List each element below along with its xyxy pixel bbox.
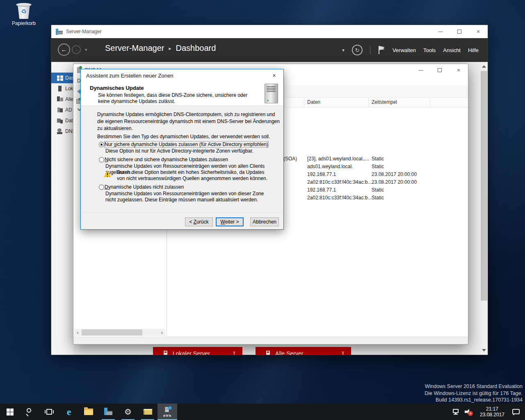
refresh-icon[interactable]: ↻ xyxy=(352,45,363,55)
horizontal-scrollbar[interactable]: ‹ › xyxy=(74,329,165,336)
close-button[interactable]: × xyxy=(469,25,488,38)
watermark-line: Die Windows-Lizenz ist gültig für 176 Ta… xyxy=(425,390,523,397)
column-daten[interactable]: Daten xyxy=(307,99,320,105)
wizard-page-subheading: Sie können festlegen, dass diese DNS-Zon… xyxy=(98,92,260,105)
scrollbar-thumb[interactable] xyxy=(481,71,487,301)
dialog-title: Assistent zum Erstellen neuer Zonen xyxy=(86,73,173,79)
warning-icon xyxy=(104,171,112,178)
tile-alle-server[interactable]: Alle Server 1 xyxy=(256,347,351,355)
scrollbar-thumb[interactable] xyxy=(82,329,142,336)
network-icon[interactable] xyxy=(452,408,460,415)
server-manager-icon xyxy=(104,408,113,416)
next-button[interactable]: Weiter > xyxy=(216,217,244,226)
tile-lokaler-server[interactable]: Lokaler Server 1 xyxy=(153,347,242,355)
radio-no-dynamic-updates-desc: Dynamische Updates von Ressourceneinträg… xyxy=(105,191,265,203)
scroll-up-icon[interactable] xyxy=(482,65,486,68)
book-app-taskbar-button[interactable] xyxy=(138,404,158,420)
menu-hilfe[interactable]: Hilfe xyxy=(468,47,479,53)
server-manager-sidebar: Dashboard Lokaler Server Alle Server AD … xyxy=(51,62,73,355)
minimize-button[interactable] xyxy=(411,64,430,76)
desktop: ♻ Papierkorb Windows Server 2016 Standar… xyxy=(0,0,525,420)
file-storage-icon xyxy=(57,118,63,123)
dns-manager-taskbar-button[interactable] xyxy=(158,404,177,420)
window-title: Server-Manager xyxy=(66,29,102,34)
back-button[interactable]: ← xyxy=(58,43,70,56)
dns-role-icon xyxy=(57,128,63,134)
action-center-icon[interactable] xyxy=(512,409,520,415)
menu-verwalten[interactable]: Verwalten xyxy=(393,47,416,53)
menu-tools[interactable]: Tools xyxy=(423,47,436,53)
radio-secure-and-nonsecure-label[interactable]: Nicht sichere und sichere dynamische Upd… xyxy=(105,157,228,162)
clock-time: 21:17 xyxy=(476,406,508,412)
breadcrumb-root[interactable]: Server-Manager xyxy=(105,43,164,53)
maximize-button[interactable] xyxy=(450,25,469,38)
license-watermark: Windows Server 2016 Standard Evaluation … xyxy=(425,383,523,404)
search-icon xyxy=(25,408,34,416)
recycle-bin[interactable]: ♻ Papierkorb xyxy=(8,2,39,26)
ad-ds-icon xyxy=(57,107,63,113)
server-tower-icon xyxy=(265,84,278,103)
dns-server-node-icon[interactable] xyxy=(76,99,80,104)
radio-no-dynamic-updates[interactable] xyxy=(99,185,104,190)
breadcrumb-separator-icon: ▸ xyxy=(169,46,171,51)
gear-icon: ⚙ xyxy=(124,408,132,416)
vertical-scrollbar[interactable] xyxy=(480,62,488,355)
windows-logo-icon xyxy=(7,409,14,415)
file-explorer-icon xyxy=(84,409,93,415)
wizard-intro-text: Dynamische Updates ermöglichen DNS-Clien… xyxy=(97,111,281,132)
notifications-caret-icon[interactable]: ▾ xyxy=(342,48,345,53)
sidebar-item-dns[interactable]: DNS xyxy=(51,126,73,137)
sidebar-item-alle-server[interactable]: Alle Server xyxy=(51,94,73,105)
breadcrumb-current: Dashboard xyxy=(176,43,216,53)
sidebar-item-datei-speicherdienste[interactable]: Datei-/Speicherdienste xyxy=(51,115,73,126)
close-button[interactable]: × xyxy=(449,64,468,76)
back-button[interactable]: < Zurück xyxy=(185,217,213,226)
taskbar-clock[interactable]: 21:17 23.08.2017 xyxy=(476,406,508,418)
start-button[interactable] xyxy=(0,404,20,420)
sidebar-item-ad-ds[interactable]: AD DS xyxy=(51,105,73,115)
tile-server-icon xyxy=(266,351,270,355)
cancel-button[interactable]: Abbrechen xyxy=(250,217,279,226)
radio-secure-only-label[interactable]: Nur sichere dynamische Updates zulassen … xyxy=(105,142,268,147)
taskbar-search-button[interactable] xyxy=(20,404,39,420)
internet-explorer-button[interactable]: e xyxy=(59,404,79,420)
scroll-down-icon[interactable] xyxy=(482,349,486,352)
server-manager-titlebar: Server-Manager × xyxy=(51,25,488,38)
nav-history-caret-icon[interactable]: ▾ xyxy=(85,47,87,52)
maximize-button[interactable] xyxy=(430,64,449,76)
server-manager-taskbar-button[interactable] xyxy=(98,404,118,420)
close-icon[interactable]: × xyxy=(265,69,283,82)
radio-secure-only-desc: Diese Option ist nur für Active Director… xyxy=(105,148,253,154)
sidebar-item-lokaler-server[interactable]: Lokaler Server xyxy=(51,83,73,94)
scroll-left-icon[interactable]: ‹ xyxy=(74,329,81,336)
tile-count: 1 xyxy=(233,350,236,355)
dns-manager-icon xyxy=(162,407,172,417)
radio-secure-and-nonsecure[interactable] xyxy=(99,157,104,162)
internet-explorer-icon: e xyxy=(67,407,71,417)
taskbar: e ⚙ × 21:17 23.08.2017 xyxy=(0,404,525,420)
radio-secure-only[interactable] xyxy=(99,142,104,147)
dns-statusbar xyxy=(73,337,468,344)
forward-button[interactable]: → xyxy=(72,45,81,54)
volume-muted-icon[interactable]: × xyxy=(464,408,473,416)
gear-app-taskbar-button[interactable]: ⚙ xyxy=(118,404,138,420)
wizard-page-heading: Dynamisches Update xyxy=(90,85,144,91)
recycle-bin-label: Papierkorb xyxy=(8,21,39,26)
tile-server-icon xyxy=(164,351,167,355)
column-zeitstempel[interactable]: Zeitstempel xyxy=(372,99,397,105)
sidebar-item-dashboard[interactable]: Dashboard xyxy=(51,73,73,83)
toolbar-divider xyxy=(370,46,370,54)
wizard-header: Dynamisches Update Sie können festlegen,… xyxy=(81,82,283,106)
notifications-flag-icon[interactable] xyxy=(378,46,385,55)
footer-divider xyxy=(81,212,283,212)
minimize-button[interactable] xyxy=(431,25,450,38)
task-view-icon xyxy=(45,409,54,415)
file-explorer-button[interactable] xyxy=(79,404,98,420)
menu-ansicht[interactable]: Ansicht xyxy=(443,47,461,53)
dashboard-grid-icon xyxy=(57,75,63,81)
scroll-right-icon[interactable]: › xyxy=(158,329,165,336)
radio-no-dynamic-updates-label[interactable]: Dynamische Updates nicht zulassen xyxy=(105,184,184,190)
task-view-button[interactable] xyxy=(39,404,59,420)
recycle-bin-icon: ♻ xyxy=(16,2,32,20)
wizard-prompt-text: Bestimmen Sie den Typ des dynamischen Up… xyxy=(97,133,281,140)
